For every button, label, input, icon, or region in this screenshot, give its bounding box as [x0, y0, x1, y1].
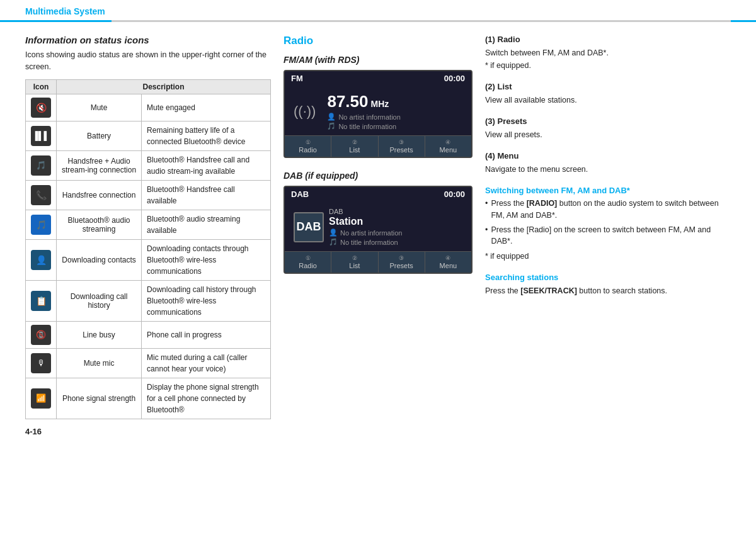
- icon-cell: ▐▌▌: [26, 121, 57, 150]
- icon-table: Icon Description 🔇 Mute Mute engaged ▐▌▌: [25, 79, 271, 419]
- r5-bullet1: • Press the [RADIO] button on the audio …: [485, 198, 731, 222]
- icon-desc-handsfree: Bluetooth® Handsfree call available: [142, 180, 271, 210]
- r5-note: * if equipped: [485, 250, 731, 263]
- dab-time: 00:00: [444, 189, 465, 199]
- dab-screen: DAB 00:00 DAB DAB Station 👤No artist inf…: [284, 186, 472, 274]
- table-row: 📵 Line busy Phone call in progress: [26, 321, 271, 348]
- dab-station-name: Station: [329, 216, 402, 227]
- bluetooth-audio-icon: 🎵: [31, 215, 51, 235]
- icon-name-handsfree: Handsfree connection: [57, 180, 142, 210]
- r6-heading: Searching stations: [485, 273, 731, 282]
- fm-band: FM: [291, 74, 303, 83]
- fm-artist-line: 👤No artist information: [327, 113, 462, 121]
- fm-btn2-num: ②: [333, 139, 376, 145]
- dab-artist-line: 👤No artist information: [329, 229, 402, 237]
- right-section-2: (2) List View all available stations.: [485, 82, 731, 106]
- fm-btn1-label: Radio: [299, 146, 317, 154]
- fm-btn4-num: ④: [427, 139, 470, 145]
- section-intro: Icons showing audio status are shown in …: [25, 49, 271, 73]
- middle-column: Radio FM/AM (with RDS) FM 00:00 ((·)) 87…: [284, 35, 472, 436]
- dab-btn-radio: ① Radio: [285, 252, 331, 273]
- dab-btn-presets: ③ Presets: [379, 252, 425, 273]
- header-title: Multimedia System: [25, 6, 105, 22]
- icon-cell: 📶: [26, 378, 57, 419]
- fm-body-row: ((·)) 87.50 MHz 👤No artist information 🎵…: [294, 92, 462, 130]
- dab-title-line: 🎵No title information: [329, 238, 402, 246]
- icon-name-line-busy: Line busy: [57, 321, 142, 348]
- fm-title: No title information: [338, 123, 396, 130]
- fm-section-title: FM/AM (with RDS): [284, 55, 472, 65]
- bullet-dot: •: [485, 224, 488, 248]
- right-column: (1) Radio Switch between FM, AM and DAB*…: [485, 35, 731, 436]
- line-busy-icon: 📵: [31, 325, 51, 345]
- dab-buttons: ① Radio ② List ③ Presets ④ Menu: [285, 251, 471, 273]
- r4-body: Navigate to the menu screen.: [485, 163, 731, 176]
- fm-title-line: 🎵No title information: [327, 122, 462, 130]
- radio-button-label: [RADIO]: [527, 199, 558, 208]
- mute-icon: 🔇: [31, 98, 51, 118]
- icon-name-mute: Mute: [57, 94, 142, 121]
- right-section-5: Switching between FM, AM and DAB* • Pres…: [485, 186, 731, 263]
- antenna-icon: ((·)): [294, 103, 316, 120]
- col-description: Description: [57, 79, 271, 94]
- icon-name-dl-callhistory: Downloading call history: [57, 280, 142, 321]
- fm-btn-list: ② List: [331, 136, 378, 157]
- fm-screen: FM 00:00 ((·)) 87.50 MHz 👤No artist info…: [284, 70, 472, 158]
- downloading-callhistory-icon: 📋: [31, 291, 51, 311]
- icon-desc-battery: Remaining battery life of a connected Bl…: [142, 121, 271, 150]
- icon-cell: 📞: [26, 180, 57, 210]
- radio-title: Radio: [284, 35, 472, 47]
- icon-cell: 📋: [26, 280, 57, 321]
- icon-name-bluetooth-audio: Bluetaooth® audio streaming: [57, 210, 142, 239]
- fm-btn-radio: ① Radio: [285, 136, 331, 157]
- col-icon: Icon: [26, 79, 57, 94]
- dab-btn1-label: Radio: [299, 262, 317, 269]
- table-row: 📶 Phone signal strength Display the phon…: [26, 378, 271, 419]
- dab-btn3-num: ③: [380, 255, 423, 261]
- dab-artist: No artist information: [340, 229, 402, 237]
- icon-desc-handsfree-audio: Bluetooth® Handsfree call and audio stre…: [142, 150, 271, 180]
- fm-btn1-num: ①: [286, 139, 329, 145]
- r1-heading: (1) Radio: [485, 35, 731, 44]
- fm-topbar: FM 00:00: [285, 71, 471, 86]
- table-row: 👤 Downloading contacts Downloading conta…: [26, 239, 271, 280]
- dab-title: No title information: [340, 239, 398, 246]
- fm-btn3-num: ③: [380, 139, 423, 145]
- r5-heading: Switching between FM, AM and DAB*: [485, 186, 731, 195]
- fm-frequency: 87.50 MHz: [327, 92, 462, 111]
- right-section-4: (4) Menu Navigate to the menu screen.: [485, 151, 731, 176]
- icon-desc-mute-mic: Mic muted during a call (caller cannot h…: [142, 348, 271, 378]
- r2-heading: (2) List: [485, 82, 731, 91]
- icon-desc-phone-signal: Display the phone signal strength for a …: [142, 378, 271, 419]
- seek-track-label: [SEEK/TRACK]: [520, 286, 577, 295]
- dab-btn4-label: Menu: [440, 262, 457, 269]
- dab-topbar: DAB 00:00: [285, 187, 471, 201]
- icon-desc-bluetooth-audio: Bluetooth® audio streaming available: [142, 210, 271, 239]
- table-row: 🎵 Bluetaooth® audio streaming Bluetooth®…: [26, 210, 271, 239]
- left-column: Information on status icons Icons showin…: [25, 35, 271, 436]
- dab-text-col: DAB Station 👤No artist information 🎵No t…: [329, 208, 402, 246]
- right-section-3: (3) Presets View all presets.: [485, 116, 731, 141]
- table-row: 📞 Handsfree connection Bluetooth® Handsf…: [26, 180, 271, 210]
- dab-btn2-label: List: [349, 262, 360, 269]
- fm-buttons: ① Radio ② List ③ Presets ④ Menu: [285, 135, 471, 157]
- r5-bullet2: • Press the [Radio] on the screen to swi…: [485, 224, 731, 248]
- table-row: 🔇 Mute Mute engaged: [26, 94, 271, 121]
- fm-btn-menu: ④ Menu: [425, 136, 471, 157]
- dab-station-label: DAB: [329, 208, 402, 215]
- table-row: 🎵 Handsfree + Audio stream-ing connectio…: [26, 150, 271, 180]
- icon-name-mute-mic: Mute mic: [57, 348, 142, 378]
- dab-band: DAB: [291, 189, 309, 199]
- r3-body: View all presets.: [485, 128, 731, 141]
- section-title: Information on status icons: [25, 35, 271, 45]
- icon-cell: 🎵: [26, 150, 57, 180]
- icon-cell: 🔇: [26, 94, 57, 121]
- r6-body: Press the [SEEK/TRACK] button to search …: [485, 285, 731, 297]
- r2-body: View all available stations.: [485, 94, 731, 106]
- fm-btn2-label: List: [349, 146, 360, 154]
- icon-cell: 📵: [26, 321, 57, 348]
- downloading-contacts-icon: 👤: [31, 250, 51, 270]
- table-row: 📋 Downloading call history Downloading c…: [26, 280, 271, 321]
- icon-name-phone-signal: Phone signal strength: [57, 378, 142, 419]
- icon-cell: 👤: [26, 239, 57, 280]
